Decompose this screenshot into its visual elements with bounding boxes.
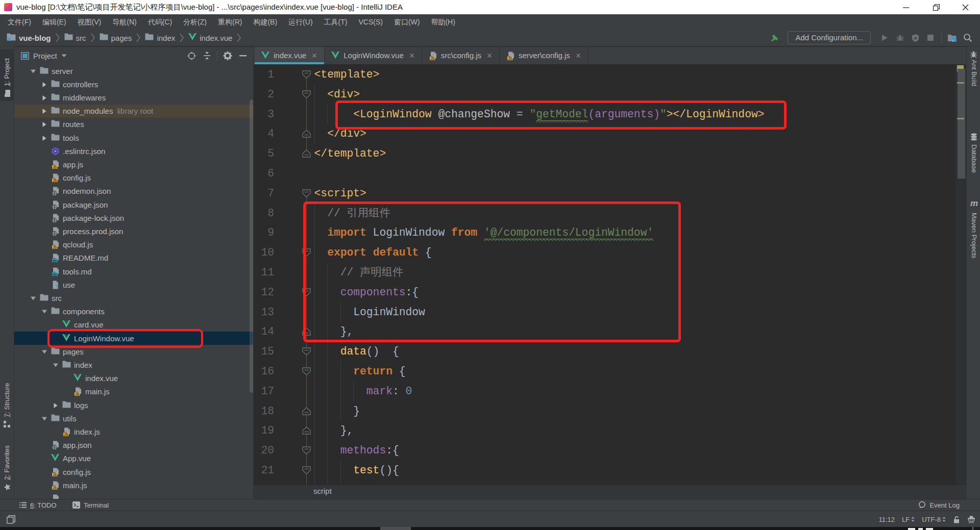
warning-stripe-mark[interactable]: [957, 118, 964, 119]
menu-item[interactable]: 编辑(E): [37, 14, 72, 30]
tree-arrow[interactable]: [40, 227, 51, 236]
tree-row[interactable]: JS config.js: [14, 171, 253, 185]
code-line[interactable]: 6: [254, 164, 966, 184]
tree-arrow[interactable]: [40, 307, 51, 316]
tree-row[interactable]: src: [14, 291, 253, 305]
debug-button[interactable]: [892, 30, 908, 45]
line-number[interactable]: 7: [254, 184, 274, 204]
editor-tab[interactable]: JS server\config.js: [500, 47, 589, 64]
tab-close-icon[interactable]: [486, 53, 493, 59]
tree-arrow[interactable]: [40, 481, 51, 490]
fold-marker[interactable]: [302, 130, 311, 138]
tree-row[interactable]: MD README.md: [14, 251, 253, 265]
line-number[interactable]: 3: [254, 105, 274, 124]
tree-row[interactable]: logs: [14, 398, 253, 412]
project-structure-icon[interactable]: [945, 30, 960, 45]
tree-row[interactable]: ? use: [14, 278, 253, 291]
menu-item[interactable]: 工具(T): [318, 14, 353, 30]
tree-scrollbar[interactable]: [250, 99, 253, 393]
code-line[interactable]: 5 </template>: [254, 144, 966, 164]
tree-arrow[interactable]: [40, 414, 51, 423]
tool-window-button-project[interactable]: 1: Project: [3, 58, 12, 97]
line-number[interactable]: 5: [254, 144, 274, 164]
line-number[interactable]: 11: [254, 263, 274, 283]
breadcrumb-item[interactable]: index: [145, 33, 188, 42]
line-number[interactable]: 12: [254, 283, 274, 302]
tree-row[interactable]: JS config.js: [14, 465, 253, 478]
fold-marker[interactable]: [302, 169, 311, 178]
code-line[interactable]: 18 }: [254, 401, 966, 421]
tree-row[interactable]: components: [14, 305, 253, 318]
tree-arrow[interactable]: [52, 361, 62, 369]
tree-arrow[interactable]: [52, 320, 62, 329]
line-number[interactable]: 18: [254, 401, 274, 421]
maven-icon[interactable]: m: [970, 198, 978, 209]
line-number[interactable]: 10: [254, 243, 274, 263]
tree-arrow[interactable]: [63, 387, 74, 396]
fold-marker[interactable]: [302, 90, 311, 98]
tool-window-button-terminal[interactable]: Terminal: [72, 499, 109, 511]
editor-breadcrumb[interactable]: script: [313, 487, 332, 495]
coverage-button[interactable]: [908, 30, 923, 45]
tab-close-icon[interactable]: [311, 53, 317, 59]
tab-close-icon[interactable]: [409, 53, 415, 59]
search-everywhere-icon[interactable]: [960, 30, 975, 45]
tree-arrow[interactable]: [29, 67, 40, 75]
code-line[interactable]: 20 methods:{: [254, 441, 966, 461]
fold-marker[interactable]: [302, 189, 311, 197]
code-line[interactable]: 15 data() {: [254, 342, 966, 362]
line-number[interactable]: 19: [254, 421, 274, 441]
breadcrumb-item[interactable]: index.vue: [188, 33, 246, 42]
code-line[interactable]: 7 <script>: [254, 184, 966, 204]
tree-arrow[interactable]: [40, 441, 51, 449]
code-line[interactable]: 1 <template>: [254, 65, 966, 85]
tab-close-icon[interactable]: [575, 53, 581, 59]
tree-arrow[interactable]: [40, 80, 51, 89]
tree-arrow[interactable]: [40, 173, 51, 182]
fold-marker[interactable]: [302, 110, 311, 118]
tree-arrow[interactable]: [29, 294, 40, 302]
tree-row[interactable]: {} app.json: [14, 439, 253, 452]
maximize-button[interactable]: [925, 0, 947, 14]
menu-item[interactable]: 运行(U): [283, 14, 318, 30]
tree-arrow[interactable]: [40, 281, 51, 289]
build-hammer-icon[interactable]: [767, 30, 782, 45]
tool-window-label-database[interactable]: Database: [970, 144, 978, 173]
encoding-selector[interactable]: UTF-8: [922, 516, 946, 523]
tree-arrow[interactable]: [40, 147, 51, 156]
fold-marker[interactable]: [302, 466, 311, 474]
menu-item[interactable]: 构建(B): [248, 14, 283, 30]
code-editor[interactable]: 1 <template> 2 <div> 3 <LoginWindow @cha…: [254, 64, 966, 485]
editor-scrollbar[interactable]: [955, 64, 966, 485]
tool-window-button-favorites[interactable]: 2: Favorites: [3, 445, 12, 491]
tool-window-button-ant-build[interactable]: [970, 51, 977, 60]
breadcrumb-item[interactable]: src: [64, 33, 100, 42]
tool-window-switcher-icon[interactable]: [7, 515, 15, 526]
tree-row[interactable]: middlewares: [14, 91, 253, 104]
fold-marker[interactable]: [302, 347, 311, 356]
database-icon[interactable]: [970, 133, 977, 142]
line-separator-selector[interactable]: LF: [902, 516, 915, 523]
scrollbar-thumb[interactable]: [958, 69, 965, 179]
tool-window-label-ant-build[interactable]: Ant Build: [970, 60, 978, 86]
tree-arrow[interactable]: [40, 134, 51, 142]
fold-marker[interactable]: [302, 70, 311, 79]
line-number[interactable]: 8: [254, 204, 274, 223]
tree-row[interactable]: index.vue: [14, 372, 253, 385]
line-number[interactable]: 15: [254, 342, 274, 362]
tree-row[interactable]: JS qcloud.js: [14, 238, 253, 251]
tree-row[interactable]: tools: [14, 131, 253, 144]
tree-row[interactable]: node_modules library root: [14, 105, 253, 118]
line-number[interactable]: 4: [254, 124, 274, 144]
tree-row[interactable]: MD tools.md: [14, 265, 253, 278]
fold-marker[interactable]: [302, 149, 311, 158]
menu-item[interactable]: 文件(F): [2, 14, 37, 30]
tree-row[interactable]: JS index.js: [14, 425, 253, 438]
fold-marker[interactable]: [302, 367, 311, 375]
tool-window-label-maven[interactable]: Maven Projects: [970, 213, 978, 259]
menu-item[interactable]: 导航(N): [107, 14, 142, 30]
code-line[interactable]: 21 test(){: [254, 461, 966, 481]
tree-arrow[interactable]: [40, 187, 51, 195]
stop-button[interactable]: [923, 30, 938, 45]
warning-stripe-mark[interactable]: [957, 82, 964, 84]
